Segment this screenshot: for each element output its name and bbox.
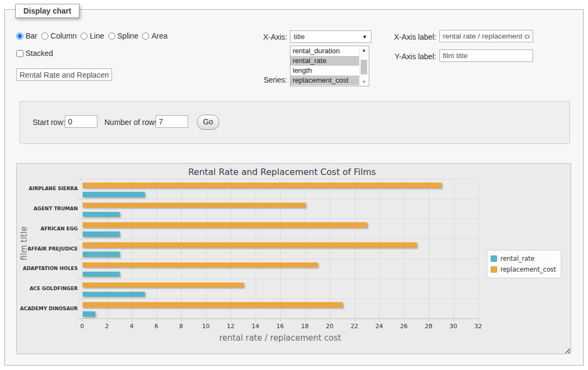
- scroll-down-icon[interactable]: ▼: [360, 78, 368, 86]
- bar-rental_rate[interactable]: [83, 252, 120, 257]
- bar-rental_rate[interactable]: [83, 212, 120, 217]
- y-axis-label-text: Y-Axis label:: [388, 52, 436, 61]
- x-axis-tick-label: 22: [344, 323, 366, 330]
- bar-replacement_cost[interactable]: [83, 222, 367, 228]
- gridline-vertical: [256, 179, 256, 318]
- series-options: rental_duration rental_rate length repla…: [290, 46, 360, 86]
- x-axis-tick-label: 16: [269, 323, 291, 330]
- bar-replacement_cost[interactable]: [83, 203, 306, 208]
- radio-option-bar[interactable]: Bar: [16, 32, 38, 40]
- x-axis-tick-label: 28: [418, 323, 440, 330]
- series-option-rental-duration[interactable]: rental_duration: [290, 46, 360, 56]
- bar-replacement_cost[interactable]: [83, 262, 318, 268]
- gridline-vertical: [231, 179, 231, 318]
- chevron-down-icon: ▼: [362, 34, 367, 40]
- gridline-horizontal: [82, 298, 478, 299]
- radio-option-spline[interactable]: Spline: [108, 32, 139, 40]
- gridline-horizontal: [82, 239, 478, 239]
- x-axis-tick-label: 6: [146, 323, 168, 330]
- x-axis-tick: [132, 319, 132, 322]
- radio-option-line[interactable]: Line: [81, 32, 104, 40]
- bar-replacement_cost[interactable]: [83, 302, 343, 308]
- column-radio-label: Column: [51, 32, 77, 40]
- gridline-vertical: [157, 179, 157, 318]
- gridline-horizontal: [82, 279, 478, 279]
- go-button[interactable]: Go: [197, 115, 219, 130]
- category-tick: [78, 298, 82, 299]
- x-axis-tick: [305, 319, 306, 322]
- series-listbox[interactable]: rental_duration rental_rate length repla…: [290, 46, 369, 86]
- x-axis-tick-label: 24: [368, 323, 390, 330]
- resize-handle[interactable]: [564, 347, 570, 353]
- chart-type-radio-group: Bar Column Line Spline Area: [16, 30, 171, 41]
- start-row-label: Start row:: [33, 118, 65, 127]
- scrollbar-thumb[interactable]: [361, 60, 367, 74]
- x-axis-tick-label: 30: [443, 323, 465, 330]
- bar-rental_rate[interactable]: [83, 272, 120, 277]
- stacked-checkbox-option[interactable]: Stacked: [16, 49, 53, 58]
- legend-label: rental_rate: [500, 255, 535, 262]
- x-axis-selected-value: title: [294, 33, 305, 41]
- gridline-horizontal: [82, 199, 478, 199]
- bar-rental_rate[interactable]: [83, 192, 145, 197]
- stacked-checkbox[interactable]: [16, 50, 23, 57]
- y-axis-label-input[interactable]: [440, 49, 533, 62]
- x-axis-select-label: X-Axis:: [244, 33, 287, 41]
- x-axis-tick: [404, 319, 405, 322]
- gridline-vertical: [355, 179, 355, 318]
- x-axis-label-text: X-Axis label:: [388, 33, 436, 41]
- series-listbox-scrollbar[interactable]: ▲ ▼: [359, 46, 369, 86]
- x-axis-line: [82, 318, 479, 319]
- bar-rental_rate[interactable]: [83, 292, 145, 297]
- start-row-input[interactable]: [65, 115, 97, 128]
- bar-radio[interactable]: [16, 33, 23, 40]
- bar-replacement_cost[interactable]: [83, 183, 442, 188]
- bar-rental_rate[interactable]: [83, 231, 120, 237]
- category-label: ACE GOLDFINGER: [20, 285, 78, 292]
- radio-option-area[interactable]: Area: [142, 32, 168, 40]
- area-radio-label: Area: [151, 32, 168, 40]
- x-axis-tick-label: 14: [245, 323, 267, 330]
- scroll-up-icon[interactable]: ▲: [360, 46, 368, 54]
- x-axis-tick-label: 26: [393, 323, 415, 330]
- gridline-vertical: [132, 179, 132, 318]
- category-label: AIRPLANE SIERRA: [20, 185, 78, 192]
- bar-replacement_cost[interactable]: [83, 283, 244, 288]
- category-tick: [78, 279, 82, 279]
- x-axis-tick-label: 12: [220, 323, 242, 330]
- series-option-length[interactable]: length: [290, 66, 360, 76]
- bar-rental_rate[interactable]: [83, 311, 95, 317]
- x-axis-tick: [429, 319, 429, 322]
- area-radio[interactable]: [142, 33, 149, 40]
- stacked-label: Stacked: [26, 49, 53, 58]
- spline-radio[interactable]: [108, 33, 115, 40]
- x-axis-label-input[interactable]: [440, 30, 533, 42]
- gridline-horizontal: [82, 259, 478, 259]
- category-tick: [78, 218, 82, 219]
- column-radio[interactable]: [41, 33, 48, 40]
- x-axis-tick: [280, 319, 281, 322]
- row-controls-panel: [20, 101, 570, 144]
- gridline-horizontal: [82, 218, 478, 219]
- gridline-vertical: [330, 179, 330, 318]
- series-option-replacement-cost[interactable]: replacement_cost: [290, 76, 360, 85]
- legend-item-replacement_cost[interactable]: replacement_cost: [491, 264, 556, 275]
- x-axis-tick: [256, 319, 256, 322]
- number-of-rows-input[interactable]: [156, 115, 188, 128]
- bar-replacement_cost[interactable]: [83, 242, 417, 248]
- gridline-vertical: [454, 179, 454, 318]
- x-axis-tick: [107, 319, 108, 322]
- gridline-horizontal: [82, 179, 478, 179]
- x-axis-tick: [478, 319, 479, 322]
- series-option-rental-rate[interactable]: rental_rate: [290, 56, 360, 66]
- x-axis-tick: [231, 319, 231, 322]
- legend-item-rental_rate[interactable]: rental_rate: [491, 253, 556, 264]
- gridline-vertical: [181, 179, 182, 318]
- x-axis-tick-label: 8: [170, 323, 192, 330]
- radio-option-column[interactable]: Column: [41, 32, 77, 40]
- gridline-vertical: [429, 179, 429, 318]
- chart-title-input[interactable]: [16, 68, 112, 81]
- line-radio[interactable]: [81, 33, 88, 40]
- category-tick: [78, 318, 82, 319]
- x-axis-select[interactable]: title ▼: [290, 30, 372, 43]
